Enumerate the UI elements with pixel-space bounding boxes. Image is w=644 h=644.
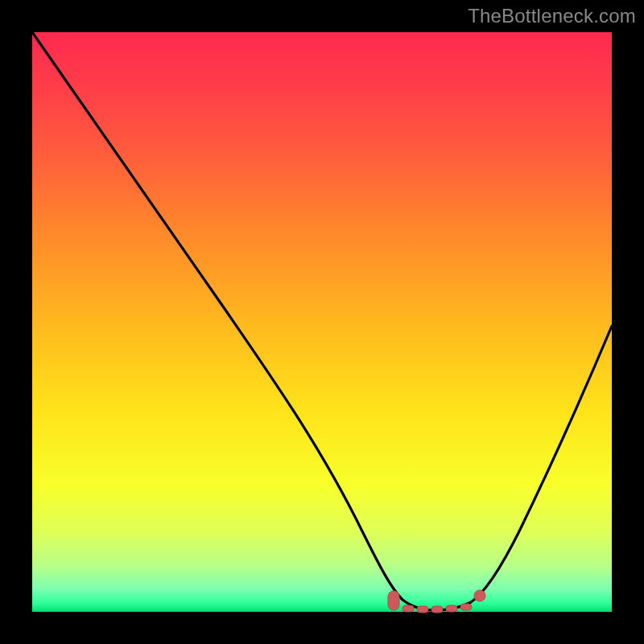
marker-dash-1 [402,605,414,612]
watermark-text: TheBottleneck.com [468,5,636,27]
chart-frame: TheBottleneck.com [0,0,644,644]
marker-dash-2 [417,606,428,613]
marker-dash-5 [460,604,472,610]
marker-flat-start [388,591,399,610]
marker-flat-end [474,590,485,601]
marker-dash-4 [446,605,457,612]
marker-dash-3 [431,606,443,613]
curve-layer [32,32,612,612]
bottleneck-curve [32,32,612,610]
plot-area [32,32,612,612]
